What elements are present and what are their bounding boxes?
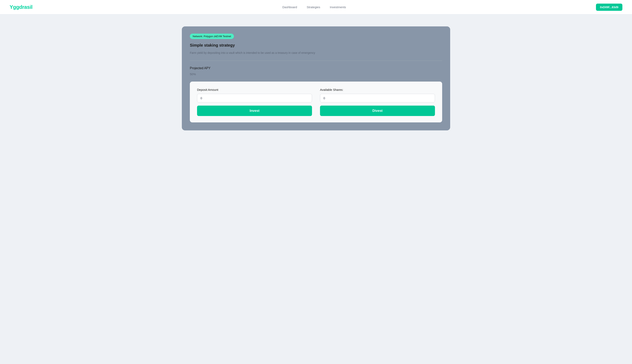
nav-link-strategies[interactable]: Strategies [307, 6, 320, 9]
strategy-card: Network: Polygon zkEVM Testnet Simple st… [182, 26, 450, 130]
apy-value: 50% [190, 72, 442, 76]
network-badge: Network: Polygon zkEVM Testnet [190, 34, 234, 39]
deposit-input[interactable] [197, 94, 312, 102]
nav-link-investments[interactable]: Investments [330, 6, 346, 9]
divest-button[interactable]: Divest [320, 106, 435, 116]
divider-1 [190, 60, 442, 61]
logo: Yggdrasil [10, 4, 33, 10]
wallet-button[interactable]: 0xD09f...83d9 [596, 4, 622, 11]
invest-section: Deposit Amount Invest Available Shares: … [190, 82, 442, 122]
deposit-column: Deposit Amount Invest [197, 88, 312, 116]
shares-column: Available Shares: Divest [320, 88, 435, 116]
available-shares-input[interactable] [320, 94, 435, 102]
strategy-title: Simple staking strategy [190, 43, 442, 48]
available-shares-label: Available Shares: [320, 88, 435, 92]
nav-links: Dashboard Strategies Investments [282, 6, 346, 9]
nav-link-dashboard[interactable]: Dashboard [282, 6, 297, 9]
invest-button[interactable]: Invest [197, 106, 312, 116]
apy-label: Projected APY [190, 66, 442, 70]
main-content: Network: Polygon zkEVM Testnet Simple st… [0, 14, 632, 142]
navbar: Yggdrasil Dashboard Strategies Investmen… [0, 0, 632, 14]
deposit-label: Deposit Amount [197, 88, 312, 92]
strategy-description: Farm yield by depositing into a vault wh… [190, 51, 442, 55]
